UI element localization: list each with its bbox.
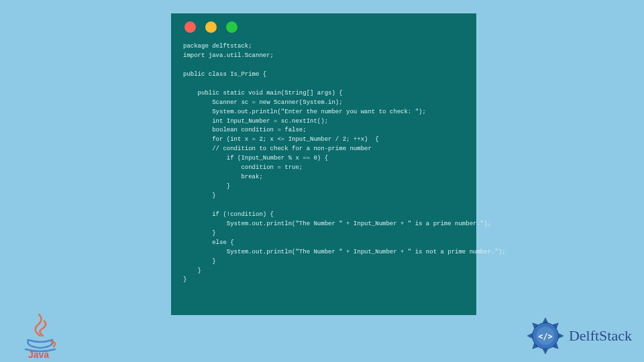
svg-marker-6: [527, 333, 533, 339]
java-logo: Java: [20, 312, 60, 359]
svg-marker-4: [543, 349, 548, 354]
minimize-icon: [205, 21, 217, 33]
code-block: package delftstack; import java.util.Sca…: [183, 42, 464, 285]
svg-marker-2: [558, 333, 564, 339]
svg-text:</>: </>: [538, 332, 552, 341]
delftstack-logo: </> DelftStack: [526, 316, 632, 355]
window-controls: [183, 21, 464, 33]
close-icon: [184, 21, 196, 33]
java-label: Java: [28, 349, 49, 359]
maximize-icon: [226, 21, 237, 33]
delftstack-badge-icon: </>: [526, 316, 565, 355]
svg-marker-0: [543, 318, 548, 323]
delftstack-label: DelftStack: [569, 327, 632, 345]
code-window: package delftstack; import java.util.Sca…: [171, 13, 476, 315]
